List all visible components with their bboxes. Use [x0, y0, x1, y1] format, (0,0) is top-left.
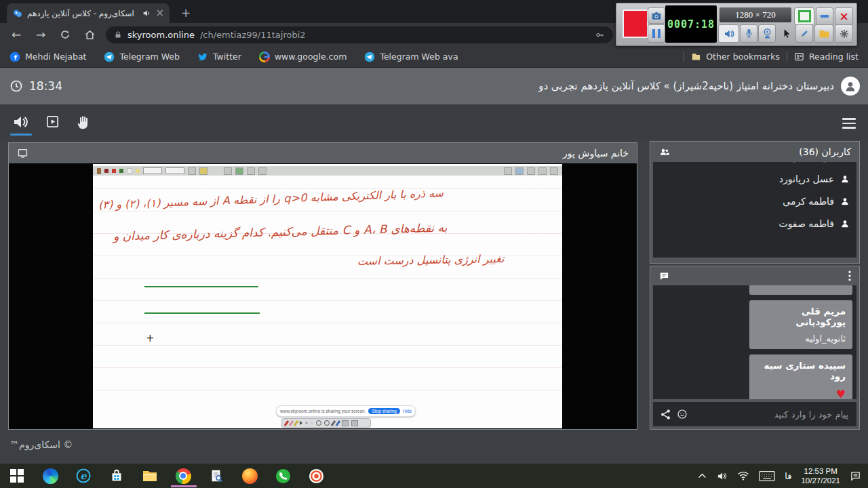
action-center-icon[interactable] [850, 470, 861, 482]
settings-button[interactable] [835, 24, 853, 43]
room-header: 18:34 دبیرستان دخترانه امتیاز (ناحیه2شیر… [0, 68, 868, 104]
clock-icon [9, 79, 23, 93]
home-button[interactable] [80, 25, 99, 44]
minimize-recorder-button[interactable] [816, 7, 833, 25]
users-icon [658, 146, 671, 157]
chat-messages[interactable]: مریم قلی پورکودیانی ثانویه_اولیه سپیده س… [653, 285, 856, 399]
presenter-panel: خانم سیاوش پور سه ذره با بار الکتریکی مش… [8, 142, 637, 430]
bookmark-google[interactable]: www.google.com [259, 52, 347, 62]
tab-close-icon[interactable]: × [155, 8, 164, 18]
tray-volume-icon[interactable] [716, 471, 728, 481]
audio-tab-button[interactable] [12, 114, 29, 130]
pause-button[interactable] [648, 24, 665, 43]
address-bar[interactable]: skyroom.online/ch/emtiaz99/11tajrobi2 [106, 26, 613, 43]
media-tab-button[interactable] [45, 114, 60, 129]
taskbar-whatsapp[interactable] [275, 468, 291, 484]
draw-pencil-button[interactable] [795, 24, 813, 43]
minimize-icon [821, 15, 829, 18]
chat-sender-name: سپیده ستاری سیه رود [756, 360, 846, 382]
taskbar-document-search[interactable] [208, 468, 224, 484]
browser-tab[interactable]: اسکای‌روم - کلاس آنلاین یازدهم × [7, 3, 170, 23]
url-path: /ch/emtiaz99/11tajrobi2 [200, 30, 306, 40]
store-icon [109, 468, 124, 483]
chat-message: سپیده ستاری سیه رود ♥ [749, 354, 852, 399]
avatar[interactable] [841, 77, 860, 96]
chat-menu-icon[interactable] [848, 270, 851, 281]
bookmark-mehdi-nejabat[interactable]: f Mehdi Nejabat [9, 52, 86, 62]
screenshot-camera-button[interactable] [648, 7, 665, 24]
users-list[interactable]: نیوشا سلوکی عسل دریانورد فاطمه کرمی فاطم… [653, 162, 856, 258]
record-stop-button[interactable] [623, 9, 648, 38]
tray-clock[interactable]: 12:53 PM 10/27/2021 [801, 466, 840, 485]
windows-logo-icon [10, 469, 24, 483]
forward-button[interactable]: → [31, 25, 50, 44]
close-recorder-button[interactable]: × [835, 7, 853, 25]
taskbar-file-explorer[interactable] [142, 468, 158, 484]
internet-explorer-icon: e [75, 468, 92, 484]
back-button[interactable]: ← [7, 25, 26, 44]
divider [684, 52, 684, 62]
send-message-icon[interactable] [660, 409, 671, 420]
person-icon [844, 79, 857, 93]
reading-list-button[interactable]: Reading list [794, 52, 859, 62]
raise-hand-button[interactable] [76, 114, 92, 131]
pencil-icon [800, 28, 810, 39]
taskbar-microsoft-store[interactable] [108, 468, 125, 484]
speaker-toggle-button[interactable] [718, 24, 739, 43]
taskbar-edge[interactable] [42, 468, 58, 484]
url-host: skyroom.online [127, 30, 195, 40]
start-button[interactable] [9, 468, 25, 484]
user-list-item[interactable]: عسل دریانورد [653, 167, 856, 190]
key-icon[interactable] [595, 30, 605, 40]
twitter-icon [197, 52, 208, 62]
hand-icon [76, 114, 92, 131]
bookmark-twitter[interactable]: Twitter [197, 52, 241, 62]
telegram-icon [104, 52, 115, 62]
lock-icon [114, 30, 122, 39]
screen-recorder-overlay: 0007:18 868 × 488 × [616, 3, 857, 46]
user-list-item[interactable]: فاطمه صفوت [653, 212, 856, 235]
speaker-icon [12, 114, 29, 130]
open-folder-button[interactable] [814, 24, 833, 43]
users-panel: کاربران (36) نیوشا سلوکی عسل دریانورد فا… [650, 141, 860, 264]
menu-button[interactable] [842, 118, 856, 129]
new-tab-button[interactable]: + [178, 5, 194, 20]
person-icon [840, 174, 850, 184]
taskbar-chrome-active[interactable] [175, 468, 191, 484]
tab-title: اسکای‌روم - کلاس آنلاین یازدهم [27, 9, 138, 18]
camera-icon [651, 11, 662, 20]
webcam-button[interactable] [758, 24, 776, 43]
cursor-capture-button[interactable] [778, 24, 795, 43]
reload-button[interactable] [56, 25, 75, 44]
folder-icon [691, 52, 701, 62]
cursor-icon [782, 28, 791, 39]
heart-emoji: ♥ [756, 388, 846, 399]
user-list-item[interactable]: نیوشا سلوکی [653, 162, 856, 167]
language-indicator[interactable]: فا [785, 471, 791, 481]
tray-chevron-icon[interactable] [698, 472, 707, 479]
share-send-icon [660, 409, 671, 420]
gear-icon [839, 28, 850, 39]
chrome-share-bar: www.skyroom.online is sharing your scree… [276, 405, 416, 417]
tray-touch-keyboard-icon[interactable] [759, 470, 775, 482]
presenter-header: خانم سیاوش پور [9, 143, 637, 163]
taskbar-internet-explorer[interactable]: e [75, 468, 92, 484]
chat-message-input[interactable] [693, 409, 850, 420]
taskbar-screen-recorder[interactable] [308, 468, 324, 484]
board-app-toolbar [93, 166, 562, 176]
region-icon [798, 10, 811, 22]
bookmark-telegram-web-ava[interactable]: Telegram Web ava [364, 52, 458, 62]
other-bookmarks-button[interactable]: Other bookmarks [691, 52, 780, 62]
taskbar-firefox[interactable] [241, 468, 258, 484]
user-list-item[interactable] [653, 252, 856, 258]
user-list-item[interactable]: فاطمه کرمی [653, 190, 856, 212]
microphone-button[interactable] [740, 24, 757, 43]
bookmark-telegram-web[interactable]: Telegram Web [104, 52, 180, 62]
session-time: 18:34 [9, 68, 62, 104]
svg-text:e: e [81, 470, 87, 481]
tab-audio-icon[interactable] [142, 9, 151, 18]
capture-region-button[interactable] [794, 7, 814, 25]
emoji-icon[interactable] [677, 409, 688, 420]
tray-wifi-icon[interactable] [737, 471, 749, 481]
screen: اسکای‌روم - کلاس آنلاین یازدهم × + ← → s… [0, 0, 868, 488]
